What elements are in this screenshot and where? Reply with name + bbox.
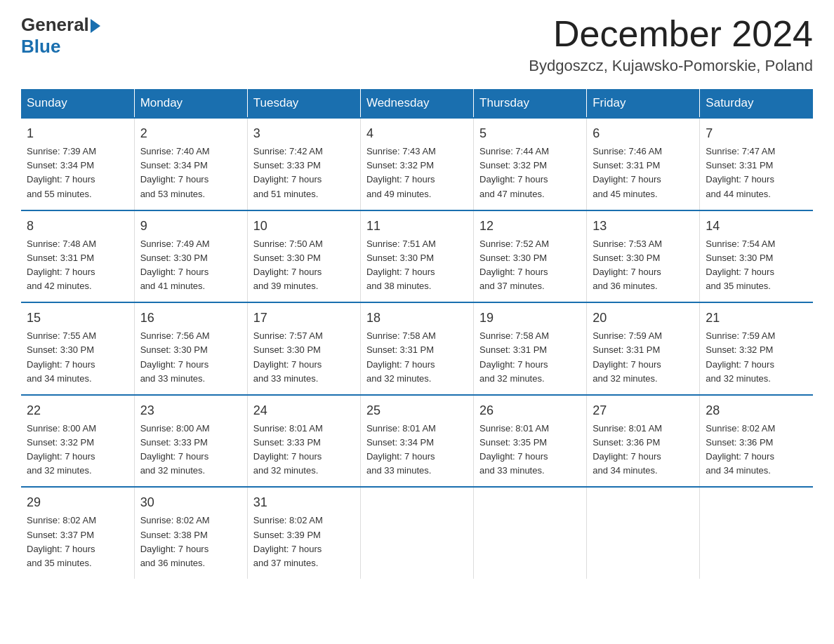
day-number: 30 <box>140 493 241 512</box>
day-number: 2 <box>140 124 241 143</box>
day-info: Sunrise: 7:47 AMSunset: 3:31 PMDaylight:… <box>706 145 807 201</box>
logo-general-text: General <box>21 14 89 36</box>
calendar-cell: 24Sunrise: 8:01 AMSunset: 3:33 PMDayligh… <box>247 395 360 488</box>
day-info: Sunrise: 8:01 AMSunset: 3:34 PMDaylight:… <box>366 422 468 478</box>
calendar-week-row: 15Sunrise: 7:55 AMSunset: 3:30 PMDayligh… <box>21 302 813 395</box>
day-number: 24 <box>253 401 355 420</box>
day-info: Sunrise: 7:43 AMSunset: 3:32 PMDaylight:… <box>366 145 468 201</box>
calendar-cell <box>587 487 700 579</box>
day-info: Sunrise: 8:02 AMSunset: 3:37 PMDaylight:… <box>27 514 128 570</box>
calendar-cell <box>700 487 813 579</box>
calendar-cell: 4Sunrise: 7:43 AMSunset: 3:32 PMDaylight… <box>360 118 473 210</box>
column-header-sunday: Sunday <box>21 89 134 118</box>
calendar-cell: 11Sunrise: 7:51 AMSunset: 3:30 PMDayligh… <box>360 210 473 303</box>
day-number: 9 <box>140 217 241 236</box>
day-info: Sunrise: 7:46 AMSunset: 3:31 PMDaylight:… <box>593 145 694 201</box>
day-number: 20 <box>593 309 694 328</box>
location-title: Bydgoszcz, Kujawsko-Pomorskie, Poland <box>529 57 813 75</box>
day-info: Sunrise: 7:59 AMSunset: 3:32 PMDaylight:… <box>706 329 807 386</box>
day-number: 22 <box>27 401 128 420</box>
day-number: 11 <box>366 217 468 236</box>
calendar-header-row: SundayMondayTuesdayWednesdayThursdayFrid… <box>21 89 813 118</box>
column-header-friday: Friday <box>587 89 700 118</box>
calendar-cell: 30Sunrise: 8:02 AMSunset: 3:38 PMDayligh… <box>134 487 247 579</box>
day-number: 1 <box>27 124 128 143</box>
column-header-wednesday: Wednesday <box>360 89 473 118</box>
title-section: December 2024 Bydgoszcz, Kujawsko-Pomors… <box>529 14 813 75</box>
day-info: Sunrise: 8:02 AMSunset: 3:36 PMDaylight:… <box>706 422 807 478</box>
month-title: December 2024 <box>529 14 813 54</box>
calendar-cell: 23Sunrise: 8:00 AMSunset: 3:33 PMDayligh… <box>134 395 247 488</box>
calendar-week-row: 1Sunrise: 7:39 AMSunset: 3:34 PMDaylight… <box>21 118 813 210</box>
day-info: Sunrise: 7:58 AMSunset: 3:31 PMDaylight:… <box>366 329 468 386</box>
day-info: Sunrise: 8:02 AMSunset: 3:38 PMDaylight:… <box>140 514 241 570</box>
day-number: 26 <box>479 401 581 420</box>
day-number: 4 <box>366 124 468 143</box>
calendar-cell <box>474 487 587 579</box>
day-info: Sunrise: 7:57 AMSunset: 3:30 PMDaylight:… <box>253 329 355 386</box>
day-number: 5 <box>479 124 581 143</box>
calendar-cell: 17Sunrise: 7:57 AMSunset: 3:30 PMDayligh… <box>247 302 360 395</box>
calendar-cell: 26Sunrise: 8:01 AMSunset: 3:35 PMDayligh… <box>474 395 587 488</box>
calendar-cell: 22Sunrise: 8:00 AMSunset: 3:32 PMDayligh… <box>21 395 134 488</box>
logo-blue-text: Blue <box>21 36 60 58</box>
calendar-cell: 13Sunrise: 7:53 AMSunset: 3:30 PMDayligh… <box>587 210 700 303</box>
calendar-cell: 7Sunrise: 7:47 AMSunset: 3:31 PMDaylight… <box>700 118 813 210</box>
day-info: Sunrise: 7:48 AMSunset: 3:31 PMDaylight:… <box>27 237 128 294</box>
calendar-cell: 5Sunrise: 7:44 AMSunset: 3:32 PMDaylight… <box>474 118 587 210</box>
day-info: Sunrise: 8:01 AMSunset: 3:35 PMDaylight:… <box>479 422 581 478</box>
day-number: 27 <box>593 401 694 420</box>
calendar-cell: 3Sunrise: 7:42 AMSunset: 3:33 PMDaylight… <box>247 118 360 210</box>
day-number: 25 <box>366 401 468 420</box>
day-info: Sunrise: 7:53 AMSunset: 3:30 PMDaylight:… <box>593 237 694 294</box>
calendar-cell: 1Sunrise: 7:39 AMSunset: 3:34 PMDaylight… <box>21 118 134 210</box>
day-info: Sunrise: 7:51 AMSunset: 3:30 PMDaylight:… <box>366 237 468 294</box>
column-header-tuesday: Tuesday <box>247 89 360 118</box>
day-info: Sunrise: 7:56 AMSunset: 3:30 PMDaylight:… <box>140 329 241 386</box>
page-header: General Blue December 2024 Bydgoszcz, Ku… <box>21 14 813 75</box>
calendar-week-row: 22Sunrise: 8:00 AMSunset: 3:32 PMDayligh… <box>21 395 813 488</box>
calendar-cell: 27Sunrise: 8:01 AMSunset: 3:36 PMDayligh… <box>587 395 700 488</box>
calendar-cell: 18Sunrise: 7:58 AMSunset: 3:31 PMDayligh… <box>360 302 473 395</box>
day-number: 31 <box>253 493 355 512</box>
calendar-cell: 19Sunrise: 7:58 AMSunset: 3:31 PMDayligh… <box>474 302 587 395</box>
day-info: Sunrise: 7:52 AMSunset: 3:30 PMDaylight:… <box>479 237 581 294</box>
day-number: 18 <box>366 309 468 328</box>
calendar-cell: 6Sunrise: 7:46 AMSunset: 3:31 PMDaylight… <box>587 118 700 210</box>
calendar-week-row: 29Sunrise: 8:02 AMSunset: 3:37 PMDayligh… <box>21 487 813 579</box>
day-info: Sunrise: 8:00 AMSunset: 3:33 PMDaylight:… <box>140 422 241 478</box>
day-info: Sunrise: 8:01 AMSunset: 3:33 PMDaylight:… <box>253 422 355 478</box>
day-number: 21 <box>706 309 807 328</box>
calendar-cell: 28Sunrise: 8:02 AMSunset: 3:36 PMDayligh… <box>700 395 813 488</box>
column-header-monday: Monday <box>134 89 247 118</box>
calendar-cell: 20Sunrise: 7:59 AMSunset: 3:31 PMDayligh… <box>587 302 700 395</box>
day-info: Sunrise: 7:39 AMSunset: 3:34 PMDaylight:… <box>27 145 128 201</box>
calendar-cell: 12Sunrise: 7:52 AMSunset: 3:30 PMDayligh… <box>474 210 587 303</box>
calendar-cell: 16Sunrise: 7:56 AMSunset: 3:30 PMDayligh… <box>134 302 247 395</box>
day-number: 17 <box>253 309 355 328</box>
day-info: Sunrise: 7:58 AMSunset: 3:31 PMDaylight:… <box>479 329 581 386</box>
calendar-cell: 2Sunrise: 7:40 AMSunset: 3:34 PMDaylight… <box>134 118 247 210</box>
day-info: Sunrise: 8:01 AMSunset: 3:36 PMDaylight:… <box>593 422 694 478</box>
calendar-week-row: 8Sunrise: 7:48 AMSunset: 3:31 PMDaylight… <box>21 210 813 303</box>
calendar-cell <box>360 487 473 579</box>
calendar-table: SundayMondayTuesdayWednesdayThursdayFrid… <box>21 89 813 579</box>
day-number: 7 <box>706 124 807 143</box>
day-number: 28 <box>706 401 807 420</box>
day-info: Sunrise: 8:02 AMSunset: 3:39 PMDaylight:… <box>253 514 355 570</box>
day-number: 16 <box>140 309 241 328</box>
day-number: 8 <box>27 217 128 236</box>
calendar-cell: 10Sunrise: 7:50 AMSunset: 3:30 PMDayligh… <box>247 210 360 303</box>
day-number: 15 <box>27 309 128 328</box>
day-number: 6 <box>593 124 694 143</box>
day-info: Sunrise: 7:50 AMSunset: 3:30 PMDaylight:… <box>253 237 355 294</box>
column-header-saturday: Saturday <box>700 89 813 118</box>
calendar-cell: 25Sunrise: 8:01 AMSunset: 3:34 PMDayligh… <box>360 395 473 488</box>
calendar-cell: 15Sunrise: 7:55 AMSunset: 3:30 PMDayligh… <box>21 302 134 395</box>
calendar-cell: 8Sunrise: 7:48 AMSunset: 3:31 PMDaylight… <box>21 210 134 303</box>
day-info: Sunrise: 7:44 AMSunset: 3:32 PMDaylight:… <box>479 145 581 201</box>
day-number: 12 <box>479 217 581 236</box>
day-info: Sunrise: 7:42 AMSunset: 3:33 PMDaylight:… <box>253 145 355 201</box>
day-number: 3 <box>253 124 355 143</box>
day-info: Sunrise: 7:55 AMSunset: 3:30 PMDaylight:… <box>27 329 128 386</box>
